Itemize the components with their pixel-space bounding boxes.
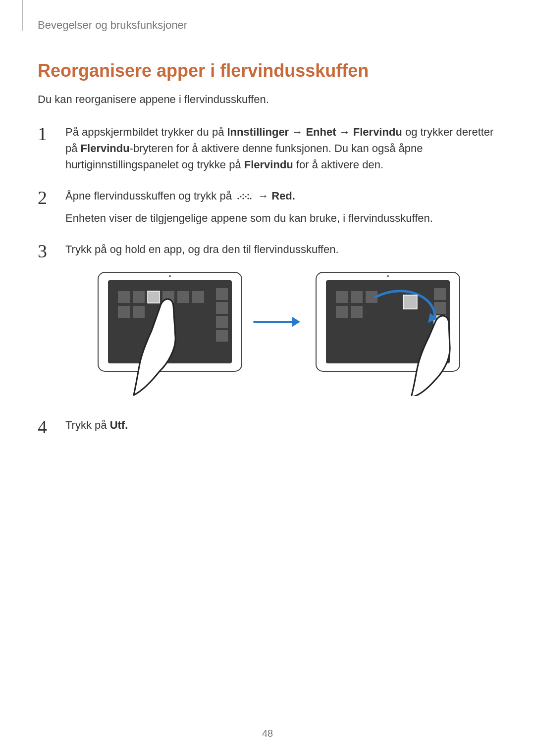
svg-rect-13 [148,291,160,303]
step-1-bold-flervindu-b: Flervindu [81,142,130,154]
arrow-icon: → [336,126,353,138]
svg-point-4 [245,196,246,197]
svg-rect-17 [118,306,130,318]
svg-rect-21 [216,316,228,328]
svg-rect-27 [336,291,348,303]
step-1: På appskjermbildet trykker du på Innstil… [38,124,497,173]
step-2-text-a: Åpne flervindusskuffen og trykk på [65,190,235,202]
svg-rect-16 [192,291,204,303]
illustration-drag-app [88,267,475,396]
step-4-text: Trykk på [65,419,110,431]
svg-point-5 [247,194,249,195]
svg-rect-18 [133,306,145,318]
step-1-bold-enhet: Enhet [306,126,336,138]
page-number: 48 [0,728,535,739]
svg-rect-32 [434,288,446,300]
step-2-subtext: Enheten viser de tilgjengelige appene so… [65,210,497,226]
section-intro: Du kan reorganisere appene i flervinduss… [38,93,497,106]
step-4: Trykk på Utf. [38,417,497,433]
svg-rect-36 [403,295,417,309]
chapter-title: Bevegelser og bruksfunksjoner [38,19,497,32]
step-1-text-d: for å aktivere den. [293,158,383,171]
arrow-icon: → [289,126,306,138]
svg-rect-30 [336,306,348,318]
step-4-bold-utf: Utf. [110,419,128,431]
step-1-bold-innstillinger: Innstillinger [227,126,289,138]
step-1-bold-flervindu-a: Flervindu [353,126,402,138]
svg-rect-31 [351,306,363,318]
svg-point-3 [242,198,244,199]
header-rule [22,0,23,31]
step-2: Åpne flervindusskuffen og trykk på → Red… [38,188,497,226]
more-dots-icon [235,193,255,201]
section-title: Reorganisere apper i flervindusskuffen [38,60,497,81]
step-1-bold-flervindu-c: Flervindu [244,158,293,171]
svg-rect-11 [118,291,130,303]
step-3-text: Trykk på og hold en app, og dra den til … [65,243,339,255]
arrow-icon: → [255,190,271,202]
step-2-bold-red: Red. [271,190,295,202]
svg-rect-15 [177,291,189,303]
svg-rect-12 [133,291,145,303]
svg-rect-22 [216,330,228,342]
svg-point-7 [250,198,251,199]
svg-rect-20 [216,302,228,314]
svg-point-0 [237,198,239,199]
step-1-text-a: På appskjermbildet trykker du på [65,126,227,138]
svg-point-2 [242,194,244,195]
step-3: Trykk på og hold en app, og dra den til … [38,241,497,396]
svg-rect-33 [434,302,446,314]
svg-point-10 [169,275,171,277]
svg-point-26 [387,275,389,277]
svg-rect-19 [216,288,228,300]
svg-point-6 [247,198,249,199]
svg-rect-28 [351,291,363,303]
svg-point-1 [240,196,241,197]
step-list: På appskjermbildet trykker du på Innstil… [38,124,497,433]
